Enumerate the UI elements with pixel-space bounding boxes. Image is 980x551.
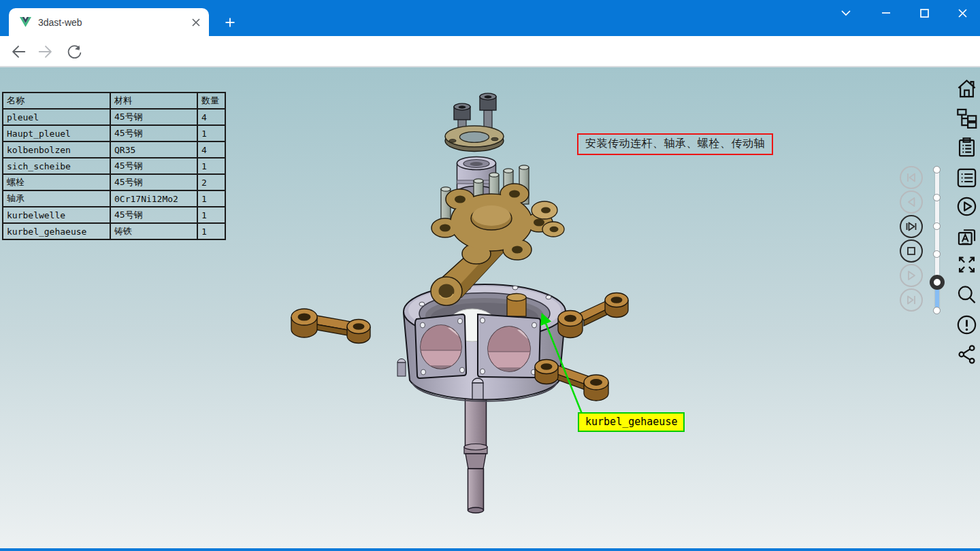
reload-icon[interactable] xyxy=(62,40,85,63)
slider-stop-2[interactable] xyxy=(933,194,941,201)
part-sich-scheibe[interactable] xyxy=(445,126,504,152)
bom-cell: kolbenbolzen xyxy=(3,141,110,158)
bom-header-cell: 数量 xyxy=(197,93,225,109)
bom-row: 螺栓45号钢2 xyxy=(3,174,225,190)
bom-cell: pleuel xyxy=(3,109,110,125)
play-button[interactable] xyxy=(900,264,923,287)
3d-viewport[interactable]: 名称 材料 数量 pleuel45号钢4 Haupt_pleuel45号钢1 k… xyxy=(0,66,980,551)
slider-thumb[interactable] xyxy=(930,275,945,290)
tab-close-icon[interactable] xyxy=(190,16,202,29)
bom-cell: 45号钢 xyxy=(110,158,197,174)
steps-list-icon[interactable] xyxy=(956,167,978,189)
bom-header-row: 名称 材料 数量 xyxy=(3,93,225,109)
bom-cell: kurbelwelle xyxy=(3,207,110,223)
clipboard-icon[interactable] xyxy=(956,136,978,158)
tab-title: 3dast-web xyxy=(38,17,190,28)
bom-cell: QR35 xyxy=(110,141,197,158)
bom-cell: 1 xyxy=(197,158,225,174)
bom-cell: 45号钢 xyxy=(110,207,197,223)
assembly-tree-icon[interactable] xyxy=(956,106,978,129)
new-tab-plus-icon[interactable] xyxy=(220,13,240,32)
bom-cell: sich_scheibe xyxy=(3,158,110,174)
window-bottom-edge xyxy=(0,548,980,551)
browser-toolbar: 不安全 192.168.30.157:11182/index.html?view… xyxy=(0,36,980,66)
slider-stop-4[interactable] xyxy=(933,250,941,258)
bom-cell: 4 xyxy=(197,109,225,125)
maximize-icon[interactable] xyxy=(909,0,940,26)
part-pleuel-upper-right[interactable] xyxy=(558,293,628,338)
share-nodes-icon[interactable] xyxy=(956,343,978,365)
bom-row: 轴承0Cr17Ni12Mo21 xyxy=(3,190,225,207)
minimize-icon[interactable] xyxy=(870,0,902,26)
tab-search-chevron-icon[interactable] xyxy=(830,0,862,26)
bom-cell: 45号钢 xyxy=(110,174,197,190)
slider-stop-6[interactable] xyxy=(933,307,941,314)
bom-cell: 45号钢 xyxy=(110,125,197,141)
bom-header-cell: 名称 xyxy=(3,93,110,109)
bom-header-cell: 材料 xyxy=(110,93,197,109)
slider-stop-3[interactable] xyxy=(933,222,941,230)
zoom-icon[interactable] xyxy=(956,283,978,305)
home-icon[interactable] xyxy=(956,78,978,100)
back-icon[interactable] xyxy=(7,40,30,63)
bom-cell: 4 xyxy=(197,141,225,158)
slider-stop-1[interactable] xyxy=(933,166,941,173)
step-play-button[interactable] xyxy=(900,215,923,238)
browser-titlebar: 3dast-web xyxy=(0,0,980,36)
alert-icon[interactable] xyxy=(956,314,978,336)
forward-icon[interactable] xyxy=(34,40,57,63)
bom-cell: 0Cr17Ni12Mo2 xyxy=(110,190,197,207)
part-pleuel-lower-right[interactable] xyxy=(535,360,608,401)
bom-cell: 1 xyxy=(197,125,225,141)
bom-table: 名称 材料 数量 pleuel45号钢4 Haupt_pleuel45号钢1 k… xyxy=(2,92,226,240)
fit-view-icon[interactable] xyxy=(956,253,978,276)
part-name-label: kurbel_gehaeuse xyxy=(578,412,685,432)
bom-cell: 45号钢 xyxy=(110,109,197,125)
skip-end-button[interactable] xyxy=(900,288,923,312)
bom-cell: kurbel_gehaeuse xyxy=(3,223,110,239)
part-kurbel-gehaeuse[interactable] xyxy=(397,284,566,401)
bom-row: sich_scheibe45号钢1 xyxy=(3,158,225,174)
bom-cell: Haupt_pleuel xyxy=(3,125,110,141)
close-icon[interactable] xyxy=(947,0,978,26)
bom-cell: 轴承 xyxy=(3,190,110,207)
part-pleuel-left[interactable] xyxy=(291,309,370,344)
browser-tab[interactable]: 3dast-web xyxy=(9,8,209,36)
bom-row: Haupt_pleuel45号钢1 xyxy=(3,125,225,141)
bom-cell: 2 xyxy=(197,174,225,190)
step-back-button[interactable] xyxy=(900,190,923,214)
bom-cell: 1 xyxy=(197,190,225,207)
play-circle-icon[interactable] xyxy=(956,195,978,218)
skip-start-button[interactable] xyxy=(900,166,923,189)
assembly-step-note: 安装传动连杆、轴承、螺栓、传动轴 xyxy=(577,133,773,155)
bom-cell: 1 xyxy=(197,223,225,239)
bom-cell: 铸铁 xyxy=(110,223,197,239)
annotation-icon[interactable] xyxy=(956,224,978,247)
bom-row: pleuel45号钢4 xyxy=(3,109,225,125)
bom-row: kurbel_gehaeuse铸铁1 xyxy=(3,223,225,239)
bom-cell: 1 xyxy=(197,207,225,223)
bom-row: kolbenbolzenQR354 xyxy=(3,141,225,158)
stop-button[interactable] xyxy=(900,239,923,263)
part-kurbelwelle[interactable] xyxy=(464,397,487,513)
bom-row: kurbelwelle45号钢1 xyxy=(3,207,225,223)
vue-logo-icon xyxy=(20,17,31,27)
bom-cell: 螺栓 xyxy=(3,174,110,190)
